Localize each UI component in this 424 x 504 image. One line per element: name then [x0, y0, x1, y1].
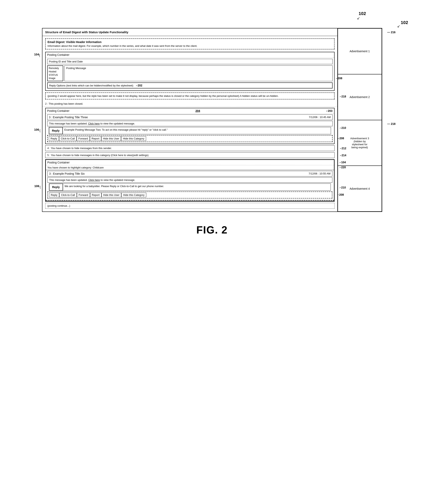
posting3-message-area: 106 { Reply Example Posting Message Two:…	[47, 127, 333, 134]
forward-btn-2[interactable]: Forward	[77, 193, 90, 197]
reply-button-1[interactable]: Reply	[49, 127, 63, 134]
ref-102-top: 102	[401, 20, 408, 25]
notice-4-text: 4 : You have chosen to hide messages fro…	[47, 147, 112, 150]
ref-102-brace: ↙	[357, 16, 360, 20]
ad-4-label: Advertisement 4	[349, 187, 370, 190]
reply-options-bar: Reply Options (text links which can be h…	[47, 82, 333, 88]
click-here-1[interactable]: Click here	[88, 122, 100, 125]
updated-message-row-2: This message has been updated. Click her…	[47, 177, 332, 183]
updated-message-row-1: This message has been updated. Click her…	[47, 121, 333, 126]
rh-line1: Remotely	[49, 67, 62, 70]
report-btn-1[interactable]: Report	[90, 136, 101, 141]
posting6-message-area: 106 { Reply We are looking for a babysit…	[47, 183, 332, 191]
ad-1: Advertisement 1 — 216	[338, 28, 382, 74]
updated-suffix-1: to view the updated message.	[100, 122, 135, 125]
hide-user-btn-1[interactable]: Hide this User	[101, 136, 121, 141]
hide-category-btn-2[interactable]: Hide this Category	[121, 193, 146, 197]
ref-202: ⌐202	[136, 84, 143, 87]
ref-216-label: — 216	[387, 31, 395, 34]
action-buttons-bar-2: Reply Click-to-Call Forward Report Hide …	[47, 192, 332, 199]
posting-container-2-label: Posting Container	[47, 109, 69, 112]
reply-options-text: Reply Options (text links which can be h…	[49, 84, 133, 87]
updated-msg-2: This message has been updated.	[49, 179, 88, 181]
reply-button-2[interactable]: Reply	[49, 183, 63, 191]
posting-message-text: Posting Message	[66, 67, 86, 70]
notice-5: 5 : You have chosen to hide messages in …	[45, 152, 335, 158]
ref-102-arrow: ↙	[397, 24, 400, 28]
rh-line2: Hosted	[49, 70, 62, 74]
continue-bar: (posting continue...)	[45, 203, 335, 209]
posting-id-bar: Posting ID and Title and Date	[47, 59, 333, 64]
posting-container-2: Posting Container 204 ⌐203 3 : Example P…	[45, 108, 335, 144]
closed-notice: 2 : This posting has been closed.	[42, 101, 337, 107]
ref-106-brace-1: {	[40, 129, 41, 132]
posting-message-3: We are looking for a babysitter. Please …	[63, 183, 331, 191]
hide-category-btn-1[interactable]: Hide this Category	[121, 136, 146, 141]
posting3-date: 7/12/06 : 10:45 AM	[309, 116, 330, 119]
ref-208-actions-2: ⌐208	[337, 193, 344, 196]
ad-2-label: Advertisement 2	[349, 95, 370, 99]
ad-1-label: Advertisement 1	[349, 50, 370, 53]
posting6-title-row: 3 : Example Posting Title Six 7/12/06 : …	[47, 171, 332, 176]
reply-action-btn-2[interactable]: Reply	[49, 193, 59, 197]
posting3-title-row: 3 : Example Posting Title Three 7/12/06 …	[47, 114, 333, 120]
remotely-hosted-box: Remotely Hosted STATUS Image	[47, 65, 63, 81]
report-btn-2[interactable]: Report	[90, 193, 101, 197]
ref-210-2: ⌐210	[340, 186, 346, 189]
action-buttons-bar-1: Reply Click-to-Call Forward Report Hide …	[47, 135, 333, 142]
message-with-reply-1: Reply Example Posting Message Two: To ac…	[49, 127, 331, 134]
click-to-call-btn-2[interactable]: Click-to-Call	[59, 193, 77, 197]
ref-220: ⌐220	[340, 166, 346, 169]
rh-line4: Image	[49, 77, 62, 80]
diagram-title: Structure of Email Digest with Status Up…	[42, 28, 337, 36]
message-with-reply-2: Reply We are looking for a babysitter. P…	[49, 183, 331, 191]
highlight-notice: You have chosen to highlight category: C…	[46, 165, 334, 170]
posting-container-1: 104 { Posting Container Posting ID and T…	[45, 52, 335, 91]
highlight-notice-text: You have chosen to highlight category: C…	[47, 166, 104, 169]
ref-106-brace-2: {	[40, 186, 41, 189]
updated-msg-1: This message has been updated.	[49, 122, 87, 125]
ref-203: ⌐203	[326, 109, 333, 112]
email-header-title: Email Digest: Visible Header Information	[48, 40, 332, 44]
ad-3: Advertisement 3 (hidden by stylesheet fo…	[338, 120, 382, 166]
ref-218-label: — 218	[387, 122, 395, 125]
posting-message-box: Posting Message ⌐208	[64, 65, 333, 81]
email-header-section: Email Digest: Visible Header Information…	[45, 38, 335, 50]
ref-106-left-2: 106	[34, 184, 39, 188]
posting6-title: 3 : Example Posting Title Six	[49, 172, 85, 175]
ref-104-brace: {	[39, 54, 40, 57]
fig-label: FIG. 2	[16, 224, 408, 236]
updated-suffix-2: to view the updated message.	[101, 179, 135, 181]
ref-102: 102	[359, 11, 366, 16]
posting3-title: 3 : Example Posting Title Three	[49, 116, 88, 119]
click-here-2[interactable]: Click here	[88, 179, 100, 181]
posting-container-3: ⌐104 Posting Container You have chosen t…	[45, 159, 335, 202]
ref-208-msg: ⌐208	[336, 77, 342, 80]
notice-4: 4 : You have chosen to hide messages fro…	[45, 145, 335, 151]
rh-line3: STATUS	[49, 74, 62, 77]
posting-container-3-label: Posting Container	[46, 160, 334, 165]
click-to-call-btn-1[interactable]: Click-to-Call	[59, 136, 77, 141]
ad-3-label: Advertisement 3 (hidden by stylesheet fo…	[350, 137, 369, 149]
forward-btn-1[interactable]: Forward	[77, 136, 90, 141]
ref-106-left-1: 106	[34, 128, 39, 131]
hidden-notice-text: (posting 2 would appear here, but the st…	[48, 94, 279, 97]
ref-204: 204	[195, 109, 200, 112]
notice-5-text: 5 : You have chosen to hide messages in …	[47, 154, 149, 157]
email-header-desc: Information about the mail digest. For e…	[48, 44, 332, 47]
ref-218-notice: ⌐218	[340, 95, 346, 98]
ads-sidebar: Advertisement 1 — 216 Advertisement 2 Ad…	[338, 28, 382, 212]
posting-message-2: Example Posting Message Two: To act on t…	[63, 127, 331, 134]
hidden-posting-notice: (posting 2 would appear here, but the st…	[45, 93, 335, 100]
reply-action-btn-1[interactable]: Reply	[49, 136, 59, 141]
posting-container-1-label: Posting Container	[46, 52, 334, 58]
posting6-date: 7/12/06 : 10:55 AM	[309, 172, 330, 175]
ref-104-left: 104	[34, 53, 39, 56]
hide-user-btn-2[interactable]: Hide this User	[101, 193, 121, 197]
